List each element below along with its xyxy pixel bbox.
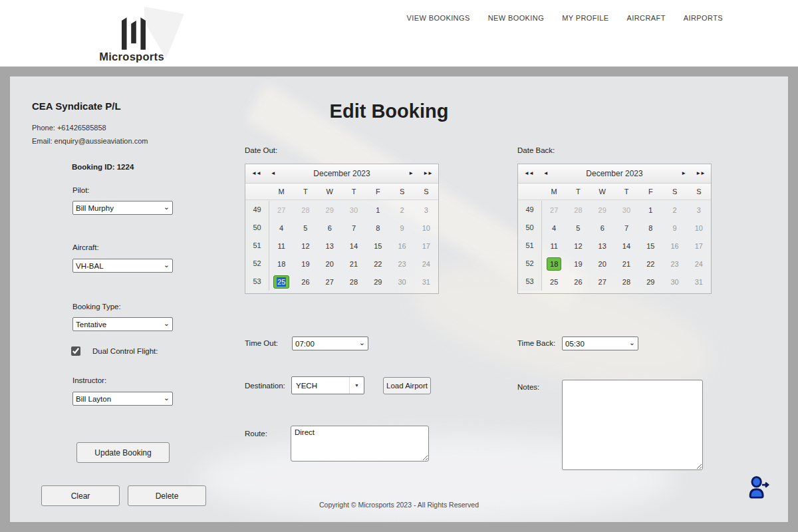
calendar-day[interactable]: 5 [566, 224, 590, 232]
calendar-day[interactable]: 23 [662, 260, 686, 268]
calendar-day[interactable]: 11 [542, 242, 566, 250]
calendar-day[interactable]: 26 [293, 278, 317, 286]
calendar-day[interactable]: 17 [687, 242, 711, 250]
calendar-day[interactable]: 22 [366, 260, 390, 268]
calendar-day[interactable]: 8 [366, 224, 390, 232]
calendar-day[interactable]: 31 [687, 278, 711, 286]
calendar-day[interactable]: 18 [542, 257, 566, 271]
nav-aircraft[interactable]: AIRCRAFT [627, 14, 666, 22]
calendar-day[interactable]: 13 [591, 242, 614, 250]
calendar-day[interactable]: 24 [414, 260, 438, 268]
calendar-day[interactable]: 27 [318, 278, 342, 286]
prev-year-icon[interactable]: ◄◄ [524, 171, 533, 176]
notes-textarea[interactable] [562, 380, 703, 470]
calendar-day[interactable]: 12 [566, 242, 590, 250]
calendar-day[interactable]: 20 [591, 260, 614, 268]
prev-year-icon[interactable]: ◄◄ [251, 171, 261, 176]
next-year-icon[interactable]: ►► [423, 171, 432, 176]
calendar-day[interactable]: 5 [293, 224, 317, 232]
week-number: 49 [245, 201, 269, 219]
load-airport-button[interactable]: Load Airport [383, 377, 431, 394]
calendar-day[interactable]: 3 [414, 206, 438, 214]
time-out-select[interactable]: 07:00 [292, 336, 368, 350]
instructor-select[interactable]: Bill Layton [72, 392, 173, 406]
calendar-day[interactable]: 25 [269, 275, 293, 289]
calendar-day[interactable]: 27 [269, 206, 293, 214]
nav-airports[interactable]: AIRPORTS [684, 14, 723, 22]
calendar-day[interactable]: 14 [614, 242, 638, 250]
aircraft-select[interactable]: VH-BAL [72, 259, 173, 273]
calendar-day[interactable]: 15 [366, 242, 390, 250]
calendar-day[interactable]: 28 [293, 206, 317, 214]
calendar-day[interactable]: 7 [342, 224, 366, 232]
calendar-day[interactable]: 30 [614, 206, 638, 214]
calendar-day[interactable]: 2 [390, 206, 414, 214]
calendar-day[interactable]: 31 [414, 278, 438, 286]
calendar-day[interactable]: 11 [269, 242, 293, 250]
calendar-day[interactable]: 10 [414, 224, 438, 232]
calendar-day[interactable]: 16 [390, 242, 414, 250]
calendar-day[interactable]: 6 [591, 224, 614, 232]
prev-month-icon[interactable]: ◄ [271, 171, 275, 176]
destination-input[interactable] [292, 377, 349, 394]
calendar-day[interactable]: 19 [293, 260, 317, 268]
calendar-day[interactable]: 2 [662, 206, 686, 214]
calendar-day[interactable]: 15 [638, 242, 662, 250]
calendar-day[interactable]: 4 [269, 224, 293, 232]
calendar-day[interactable]: 20 [318, 260, 342, 268]
calendar-day[interactable]: 9 [390, 224, 414, 232]
update-booking-button[interactable]: Update Booking [76, 442, 170, 463]
calendar-day[interactable]: 29 [638, 278, 662, 286]
calendar-day[interactable]: 21 [342, 260, 366, 268]
calendar-day[interactable]: 25 [542, 278, 566, 286]
calendar-day[interactable]: 8 [638, 224, 662, 232]
calendar-day[interactable]: 9 [662, 224, 686, 232]
calendar-day[interactable]: 28 [614, 278, 638, 286]
calendar-day[interactable]: 29 [318, 206, 342, 214]
next-month-icon[interactable]: ► [681, 171, 686, 176]
route-textarea[interactable]: Direct [291, 426, 429, 462]
next-month-icon[interactable]: ► [408, 171, 413, 176]
calendar-day[interactable]: 30 [662, 278, 686, 286]
calendar-day[interactable]: 22 [638, 260, 662, 268]
calendar-day[interactable]: 13 [318, 242, 342, 250]
calendar-day[interactable]: 10 [687, 224, 711, 232]
calendar-day[interactable]: 3 [687, 206, 711, 214]
calendar-day[interactable]: 28 [566, 206, 590, 214]
calendar-day[interactable]: 7 [614, 224, 638, 232]
calendar-day[interactable]: 24 [687, 260, 711, 268]
logout-user-icon[interactable] [746, 475, 771, 500]
time-back-select[interactable]: 05:30 [562, 336, 638, 350]
calendar-day[interactable]: 23 [390, 260, 414, 268]
calendar-day[interactable]: 1 [638, 206, 662, 214]
calendar-day[interactable]: 19 [566, 260, 590, 268]
prev-month-icon[interactable]: ◄ [543, 171, 548, 176]
calendar-day[interactable]: 28 [342, 278, 366, 286]
calendar-day[interactable]: 21 [614, 260, 638, 268]
calendar-day[interactable]: 16 [662, 242, 686, 250]
nav-new-booking[interactable]: NEW BOOKING [488, 14, 544, 22]
calendar-day[interactable]: 6 [318, 224, 342, 232]
calendar-day[interactable]: 29 [366, 278, 390, 286]
calendar-day[interactable]: 30 [342, 206, 366, 214]
combo-arrow-icon[interactable]: ▼ [349, 377, 364, 394]
calendar-day[interactable]: 1 [366, 206, 390, 214]
calendar-day[interactable]: 30 [390, 278, 414, 286]
week-number: 51 [245, 237, 269, 255]
destination-combobox: ▼ [291, 376, 364, 394]
calendar-day[interactable]: 27 [591, 278, 614, 286]
calendar-day[interactable]: 18 [269, 260, 293, 268]
booking-type-select[interactable]: Tentative [72, 317, 173, 331]
calendar-day[interactable]: 29 [591, 206, 614, 214]
dual-control-checkbox[interactable] [71, 346, 80, 356]
calendar-day[interactable]: 27 [542, 206, 566, 214]
calendar-day[interactable]: 4 [542, 224, 566, 232]
calendar-day[interactable]: 17 [414, 242, 438, 250]
pilot-select[interactable]: Bill Murphy [72, 201, 173, 215]
calendar-day[interactable]: 14 [342, 242, 366, 250]
calendar-day[interactable]: 12 [293, 242, 317, 250]
nav-my-profile[interactable]: MY PROFILE [562, 14, 608, 22]
next-year-icon[interactable]: ►► [696, 171, 705, 176]
nav-view-bookings[interactable]: VIEW BOOKINGS [407, 14, 470, 22]
calendar-day[interactable]: 26 [566, 278, 590, 286]
